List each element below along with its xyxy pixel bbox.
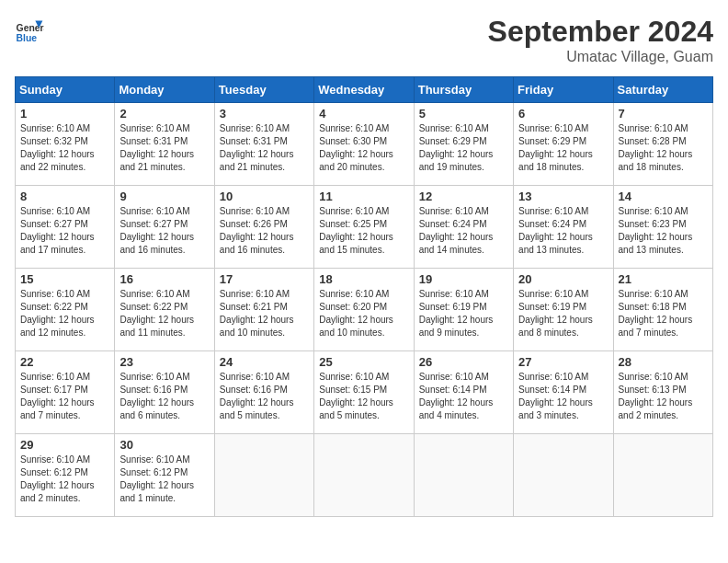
- calendar-day-cell: 24 Sunrise: 6:10 AM Sunset: 6:16 PM Dayl…: [214, 351, 313, 434]
- logo-icon: General Blue: [15, 15, 44, 44]
- calendar-week-row: 8 Sunrise: 6:10 AM Sunset: 6:27 PM Dayli…: [16, 186, 713, 269]
- weekday-header: Friday: [514, 77, 613, 103]
- day-info: Sunrise: 6:10 AM Sunset: 6:14 PM Dayligh…: [419, 371, 508, 422]
- day-info: Sunrise: 6:10 AM Sunset: 6:22 PM Dayligh…: [119, 288, 209, 339]
- day-info: Sunrise: 6:10 AM Sunset: 6:26 PM Dayligh…: [220, 205, 309, 257]
- calendar-day-cell: 20 Sunrise: 6:10 AM Sunset: 6:19 PM Dayl…: [514, 269, 613, 351]
- calendar-day-cell: [314, 434, 414, 517]
- day-number: 27: [518, 355, 608, 369]
- day-number: 14: [619, 190, 708, 203]
- calendar-day-cell: 15 Sunrise: 6:10 AM Sunset: 6:22 PM Dayl…: [16, 269, 115, 351]
- weekday-header: Sunday: [16, 77, 115, 103]
- calendar-day-cell: 11 Sunrise: 6:10 AM Sunset: 6:25 PM Dayl…: [314, 186, 414, 269]
- day-number: 26: [419, 355, 508, 369]
- day-number: 15: [20, 272, 109, 286]
- day-info: Sunrise: 6:10 AM Sunset: 6:16 PM Dayligh…: [119, 371, 209, 422]
- calendar-week-row: 1 Sunrise: 6:10 AM Sunset: 6:32 PM Dayli…: [16, 103, 713, 186]
- day-number: 24: [220, 355, 309, 369]
- weekday-header: Monday: [115, 77, 214, 103]
- day-number: 23: [119, 355, 209, 369]
- calendar-day-cell: 16 Sunrise: 6:10 AM Sunset: 6:22 PM Dayl…: [115, 269, 214, 351]
- day-number: 29: [20, 438, 109, 452]
- calendar-week-row: 22 Sunrise: 6:10 AM Sunset: 6:17 PM Dayl…: [16, 351, 713, 434]
- day-number: 20: [518, 272, 608, 286]
- calendar-day-cell: [514, 434, 613, 517]
- calendar-day-cell: 7 Sunrise: 6:10 AM Sunset: 6:28 PM Dayli…: [613, 103, 712, 186]
- calendar-day-cell: 13 Sunrise: 6:10 AM Sunset: 6:24 PM Dayl…: [514, 186, 613, 269]
- day-number: 2: [119, 107, 209, 121]
- day-info: Sunrise: 6:10 AM Sunset: 6:17 PM Dayligh…: [20, 371, 109, 422]
- day-number: 9: [119, 190, 209, 203]
- weekday-header: Tuesday: [214, 77, 313, 103]
- calendar-day-cell: 10 Sunrise: 6:10 AM Sunset: 6:26 PM Dayl…: [214, 186, 313, 269]
- day-number: 7: [619, 107, 708, 121]
- calendar-day-cell: 4 Sunrise: 6:10 AM Sunset: 6:30 PM Dayli…: [314, 103, 414, 186]
- day-info: Sunrise: 6:10 AM Sunset: 6:32 PM Dayligh…: [20, 122, 109, 174]
- calendar-day-cell: 21 Sunrise: 6:10 AM Sunset: 6:18 PM Dayl…: [613, 269, 712, 351]
- day-number: 22: [20, 355, 109, 369]
- day-number: 4: [319, 107, 408, 121]
- calendar-day-cell: 3 Sunrise: 6:10 AM Sunset: 6:31 PM Dayli…: [214, 103, 313, 186]
- calendar-day-cell: 28 Sunrise: 6:10 AM Sunset: 6:13 PM Dayl…: [613, 351, 712, 434]
- calendar-day-cell: 27 Sunrise: 6:10 AM Sunset: 6:14 PM Dayl…: [514, 351, 613, 434]
- calendar-day-cell: 5 Sunrise: 6:10 AM Sunset: 6:29 PM Dayli…: [414, 103, 513, 186]
- calendar-day-cell: 1 Sunrise: 6:10 AM Sunset: 6:32 PM Dayli…: [16, 103, 115, 186]
- day-info: Sunrise: 6:10 AM Sunset: 6:25 PM Dayligh…: [319, 205, 408, 257]
- day-info: Sunrise: 6:10 AM Sunset: 6:29 PM Dayligh…: [419, 122, 508, 174]
- day-info: Sunrise: 6:10 AM Sunset: 6:12 PM Dayligh…: [20, 454, 109, 505]
- day-info: Sunrise: 6:10 AM Sunset: 6:31 PM Dayligh…: [220, 122, 309, 174]
- day-info: Sunrise: 6:10 AM Sunset: 6:24 PM Dayligh…: [518, 205, 608, 257]
- calendar-day-cell: [414, 434, 513, 517]
- day-info: Sunrise: 6:10 AM Sunset: 6:30 PM Dayligh…: [319, 122, 408, 174]
- calendar-week-row: 15 Sunrise: 6:10 AM Sunset: 6:22 PM Dayl…: [16, 269, 713, 351]
- weekday-header-row: SundayMondayTuesdayWednesdayThursdayFrid…: [16, 77, 713, 103]
- weekday-header: Thursday: [414, 77, 513, 103]
- calendar-day-cell: 2 Sunrise: 6:10 AM Sunset: 6:31 PM Dayli…: [115, 103, 214, 186]
- logo: General Blue: [15, 15, 44, 44]
- calendar-day-cell: 29 Sunrise: 6:10 AM Sunset: 6:12 PM Dayl…: [16, 434, 115, 517]
- day-info: Sunrise: 6:10 AM Sunset: 6:28 PM Dayligh…: [619, 122, 708, 174]
- day-info: Sunrise: 6:10 AM Sunset: 6:24 PM Dayligh…: [419, 205, 508, 257]
- location-title: Umatac Village, Guam: [488, 49, 713, 65]
- day-number: 28: [619, 355, 708, 369]
- day-number: 11: [319, 190, 408, 203]
- title-area: September 2024 Umatac Village, Guam: [488, 15, 713, 65]
- calendar-day-cell: 26 Sunrise: 6:10 AM Sunset: 6:14 PM Dayl…: [414, 351, 513, 434]
- day-info: Sunrise: 6:10 AM Sunset: 6:13 PM Dayligh…: [619, 371, 708, 422]
- calendar-day-cell: 25 Sunrise: 6:10 AM Sunset: 6:15 PM Dayl…: [314, 351, 414, 434]
- day-number: 25: [319, 355, 408, 369]
- calendar-day-cell: 30 Sunrise: 6:10 AM Sunset: 6:12 PM Dayl…: [115, 434, 214, 517]
- calendar-day-cell: 14 Sunrise: 6:10 AM Sunset: 6:23 PM Dayl…: [613, 186, 712, 269]
- day-info: Sunrise: 6:10 AM Sunset: 6:21 PM Dayligh…: [220, 288, 309, 339]
- day-number: 3: [220, 107, 309, 121]
- day-info: Sunrise: 6:10 AM Sunset: 6:29 PM Dayligh…: [518, 122, 608, 174]
- day-number: 10: [220, 190, 309, 203]
- day-info: Sunrise: 6:10 AM Sunset: 6:19 PM Dayligh…: [518, 288, 608, 339]
- day-number: 8: [20, 190, 109, 203]
- page-header: General Blue September 2024 Umatac Villa…: [15, 15, 713, 65]
- day-info: Sunrise: 6:10 AM Sunset: 6:18 PM Dayligh…: [619, 288, 708, 339]
- day-info: Sunrise: 6:10 AM Sunset: 6:23 PM Dayligh…: [619, 205, 708, 257]
- calendar-day-cell: 12 Sunrise: 6:10 AM Sunset: 6:24 PM Dayl…: [414, 186, 513, 269]
- calendar-day-cell: 8 Sunrise: 6:10 AM Sunset: 6:27 PM Dayli…: [16, 186, 115, 269]
- day-number: 5: [419, 107, 508, 121]
- day-info: Sunrise: 6:10 AM Sunset: 6:14 PM Dayligh…: [518, 371, 608, 422]
- calendar-table: SundayMondayTuesdayWednesdayThursdayFrid…: [15, 76, 713, 517]
- day-number: 1: [20, 107, 109, 121]
- day-number: 13: [518, 190, 608, 203]
- day-number: 16: [119, 272, 209, 286]
- day-number: 19: [419, 272, 508, 286]
- svg-text:Blue: Blue: [17, 33, 38, 43]
- calendar-day-cell: [613, 434, 712, 517]
- month-title: September 2024: [488, 15, 713, 49]
- day-info: Sunrise: 6:10 AM Sunset: 6:15 PM Dayligh…: [319, 371, 408, 422]
- weekday-header: Saturday: [613, 77, 712, 103]
- day-info: Sunrise: 6:10 AM Sunset: 6:27 PM Dayligh…: [20, 205, 109, 257]
- calendar-day-cell: 9 Sunrise: 6:10 AM Sunset: 6:27 PM Dayli…: [115, 186, 214, 269]
- day-info: Sunrise: 6:10 AM Sunset: 6:16 PM Dayligh…: [220, 371, 309, 422]
- day-number: 30: [119, 438, 209, 452]
- day-number: 18: [319, 272, 408, 286]
- day-number: 6: [518, 107, 608, 121]
- day-number: 17: [220, 272, 309, 286]
- calendar-day-cell: 22 Sunrise: 6:10 AM Sunset: 6:17 PM Dayl…: [16, 351, 115, 434]
